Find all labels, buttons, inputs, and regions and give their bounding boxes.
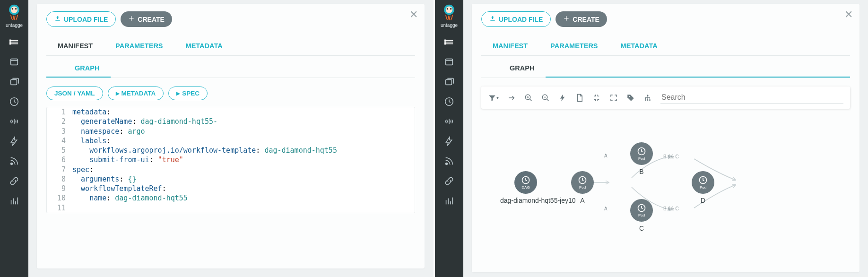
nav-sensors-icon[interactable] bbox=[9, 116, 20, 127]
svg-point-1 bbox=[11, 6, 17, 13]
create-label: CREATE bbox=[573, 16, 599, 23]
svg-rect-12 bbox=[11, 79, 17, 85]
tab-graph[interactable]: GRAPH bbox=[46, 60, 111, 78]
tab-metadata[interactable]: METADATA bbox=[174, 37, 234, 55]
nav-link-icon[interactable] bbox=[9, 175, 20, 187]
edge-label: A bbox=[604, 206, 608, 211]
nav-template-icon[interactable] bbox=[443, 56, 455, 68]
nav-feed-icon[interactable] bbox=[443, 156, 455, 167]
svg-rect-8 bbox=[10, 42, 11, 43]
svg-point-51 bbox=[649, 99, 651, 101]
upload-file-button[interactable]: UPLOAD FILE bbox=[46, 11, 116, 27]
tag-icon[interactable] bbox=[626, 94, 635, 102]
node-type-label: Pod bbox=[638, 214, 645, 217]
nav-cron-icon[interactable] bbox=[9, 96, 20, 107]
submit-panel: ✕ UPLOAD FILE CREATE MANIFEST PARAMETERS… bbox=[37, 4, 425, 268]
fullscreen-icon[interactable] bbox=[609, 94, 618, 102]
spec-pill-label: SPEC bbox=[182, 90, 200, 97]
direction-icon[interactable] bbox=[507, 94, 516, 102]
nav-template-icon[interactable] bbox=[9, 56, 20, 68]
create-button[interactable]: CREATE bbox=[121, 11, 172, 27]
logo-subtitle: untagge bbox=[6, 23, 23, 28]
nav-events-icon[interactable] bbox=[9, 136, 20, 147]
logo-subtitle: untagge bbox=[441, 23, 458, 28]
dag-node-c[interactable]: Pod C bbox=[630, 199, 653, 232]
nav-templates-stack-icon[interactable] bbox=[9, 76, 20, 87]
edge-label: B && C bbox=[663, 206, 679, 211]
node-type-label: Pod bbox=[700, 186, 706, 190]
filter-icon[interactable]: ▾ bbox=[488, 94, 499, 102]
edge-label: B && C bbox=[663, 154, 679, 159]
svg-point-49 bbox=[645, 99, 646, 101]
nav-feed-icon[interactable] bbox=[9, 156, 20, 167]
fast-icon[interactable] bbox=[558, 94, 567, 102]
secondary-tabs: GRAPH bbox=[46, 60, 415, 78]
caret-icon: ▶ bbox=[176, 91, 180, 96]
create-label: CREATE bbox=[138, 16, 165, 23]
caret-icon: ▶ bbox=[116, 91, 120, 96]
nav-events-icon[interactable] bbox=[443, 136, 455, 147]
json-label: JSON bbox=[54, 90, 72, 97]
json-yaml-toggle[interactable]: JSON/YAML bbox=[46, 87, 103, 100]
metadata-anchor-button[interactable]: ▶ METADATA bbox=[108, 87, 164, 100]
nav-reports-icon[interactable] bbox=[9, 195, 20, 207]
svg-line-41 bbox=[529, 99, 532, 101]
document-icon[interactable] bbox=[575, 94, 584, 102]
zoom-in-icon[interactable] bbox=[524, 94, 533, 102]
svg-line-45 bbox=[547, 99, 549, 101]
node-type-label: DAG bbox=[521, 186, 529, 190]
spec-anchor-button[interactable]: ▶ SPEC bbox=[168, 87, 208, 100]
argo-logo: untagge bbox=[441, 4, 458, 28]
upload-file-button[interactable]: UPLOAD FILE bbox=[481, 11, 551, 27]
create-button[interactable]: CREATE bbox=[556, 11, 607, 27]
dag-graph[interactable]: DAG dag-diamond-hqt55-jey10 Pod A Pod B … bbox=[481, 121, 850, 263]
dag-node-b[interactable]: Pod B bbox=[630, 142, 653, 175]
yaml-label: YAML bbox=[78, 90, 95, 97]
svg-rect-32 bbox=[446, 79, 452, 85]
zoom-out-icon[interactable] bbox=[541, 94, 550, 102]
svg-point-23 bbox=[450, 8, 452, 10]
node-label: B bbox=[630, 168, 653, 175]
svg-rect-9 bbox=[10, 43, 11, 44]
primary-tabs: MANIFEST PARAMETERS METADATA bbox=[46, 37, 415, 56]
graph-search-input[interactable] bbox=[660, 91, 843, 104]
tab-manifest[interactable]: MANIFEST bbox=[481, 37, 539, 55]
plus-icon bbox=[128, 15, 135, 23]
nav-templates-stack-icon[interactable] bbox=[443, 76, 455, 87]
primary-tabs: MANIFEST PARAMETERS METADATA bbox=[481, 37, 850, 56]
close-button[interactable]: ✕ bbox=[844, 9, 853, 20]
sidebar: untagge bbox=[0, 0, 28, 277]
svg-rect-30 bbox=[446, 59, 453, 65]
svg-rect-7 bbox=[10, 40, 11, 41]
dag-node-d[interactable]: Pod D bbox=[692, 171, 714, 204]
dag-node-a[interactable]: Pod A bbox=[571, 171, 594, 204]
nav-sensors-icon[interactable] bbox=[443, 116, 455, 127]
nav-timeline-icon[interactable] bbox=[443, 36, 455, 48]
tree-icon[interactable] bbox=[643, 94, 652, 102]
tab-metadata[interactable]: METADATA bbox=[609, 37, 669, 55]
yaml-editor[interactable]: 1metadata:2 generateName: dag-diamond-hq… bbox=[46, 107, 415, 213]
close-button[interactable]: ✕ bbox=[409, 9, 418, 20]
svg-point-15 bbox=[11, 163, 13, 165]
nav-reports-icon[interactable] bbox=[443, 195, 455, 207]
upload-file-label: UPLOAD FILE bbox=[499, 16, 543, 23]
svg-rect-27 bbox=[445, 40, 446, 41]
dag-root-node[interactable]: DAG dag-diamond-hqt55-jey10 bbox=[514, 171, 537, 204]
nav-link-icon[interactable] bbox=[443, 175, 455, 187]
tab-manifest[interactable]: MANIFEST bbox=[46, 37, 104, 55]
node-type-label: Pod bbox=[579, 186, 586, 190]
tab-parameters[interactable]: PARAMETERS bbox=[539, 37, 609, 55]
upload-icon bbox=[489, 15, 496, 23]
collapse-icon[interactable] bbox=[592, 94, 601, 102]
nav-cron-icon[interactable] bbox=[443, 96, 455, 107]
nav-timeline-icon[interactable] bbox=[9, 36, 20, 48]
sidebar: untagge bbox=[435, 0, 463, 277]
edge-label: A bbox=[604, 153, 608, 158]
graph-toolbar: ▾ bbox=[481, 87, 850, 109]
tab-parameters[interactable]: PARAMETERS bbox=[104, 37, 174, 55]
tab-graph[interactable]: GRAPH bbox=[481, 60, 546, 78]
node-label: A bbox=[571, 197, 594, 204]
argo-logo: untagge bbox=[6, 4, 23, 28]
svg-rect-29 bbox=[445, 43, 446, 44]
svg-rect-28 bbox=[445, 42, 446, 43]
